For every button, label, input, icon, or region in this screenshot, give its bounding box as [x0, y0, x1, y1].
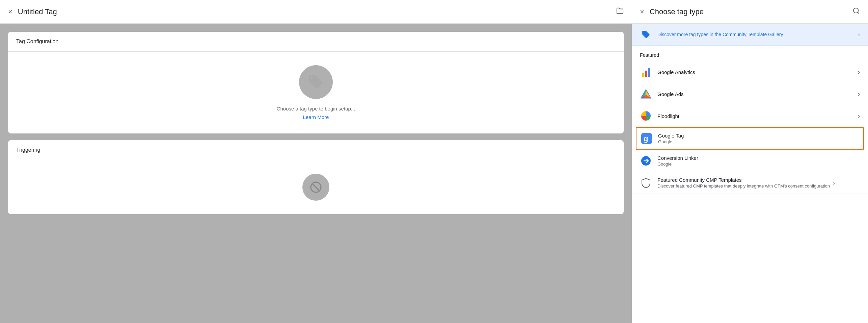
- svg-line-3: [858, 12, 859, 14]
- cmp-templates-info: Featured Community CMP Templates Discove…: [657, 177, 833, 189]
- google-ads-chevron: ›: [858, 91, 860, 98]
- google-analytics-info: Google Analytics: [657, 69, 858, 75]
- google-ads-name: Google Ads: [657, 91, 858, 97]
- search-icon[interactable]: [852, 7, 860, 17]
- tag-config-header: Tag Configuration: [8, 32, 624, 52]
- google-analytics-name: Google Analytics: [657, 69, 858, 75]
- conversion-linker-icon: [640, 155, 652, 167]
- page-title: Untitled Tag: [18, 7, 611, 16]
- tag-config-body: Choose a tag type to begin setup... Lear…: [8, 52, 624, 133]
- choose-tag-title: Choose tag type: [650, 7, 847, 16]
- tag-item-floodlight[interactable]: Floodlight ›: [632, 105, 868, 127]
- right-panel: × Choose tag type Discover more tag type…: [632, 0, 868, 323]
- folder-icon[interactable]: [616, 7, 624, 16]
- floodlight-icon: [640, 110, 652, 122]
- setup-text: Choose a tag type to begin setup...: [277, 106, 355, 111]
- google-ads-icon: [640, 88, 652, 100]
- tag-item-cmp-templates[interactable]: Featured Community CMP Templates Discove…: [632, 172, 868, 194]
- tag-item-google-analytics[interactable]: Google Analytics ›: [632, 61, 868, 83]
- right-header: × Choose tag type: [632, 0, 868, 24]
- tag-item-conversion-linker[interactable]: Conversion Linker Google: [632, 150, 868, 172]
- tag-placeholder-icon: [299, 65, 333, 99]
- google-tag-sub: Google: [658, 139, 859, 144]
- google-analytics-icon: [640, 66, 652, 78]
- conversion-linker-info: Conversion Linker Google: [657, 155, 860, 167]
- close-left-icon[interactable]: ×: [8, 8, 12, 16]
- google-analytics-chevron: ›: [858, 69, 860, 76]
- svg-text:g: g: [644, 134, 648, 143]
- svg-line-1: [312, 183, 320, 191]
- google-ads-info: Google Ads: [657, 91, 858, 97]
- community-banner-text: Discover more tag types in the Community…: [657, 32, 858, 37]
- community-template-icon: [640, 28, 652, 41]
- floodlight-name: Floodlight: [657, 113, 858, 119]
- close-right-icon[interactable]: ×: [640, 7, 644, 16]
- conversion-linker-sub: Google: [657, 162, 860, 167]
- cmp-templates-icon: [640, 177, 652, 189]
- community-chevron-icon: ›: [858, 31, 860, 38]
- left-content: Tag Configuration Choose a tag type to b…: [0, 24, 632, 222]
- google-tag-name: Google Tag: [658, 133, 859, 139]
- trigger-placeholder-icon: [302, 174, 329, 201]
- tag-configuration-card: Tag Configuration Choose a tag type to b…: [8, 32, 624, 133]
- cmp-templates-name: Featured Community CMP Templates: [657, 177, 833, 183]
- left-panel: × Untitled Tag Tag Configuration Choose …: [0, 0, 632, 323]
- cmp-templates-chevron: ›: [833, 179, 835, 187]
- featured-label: Featured: [632, 46, 868, 61]
- floodlight-chevron: ›: [858, 113, 860, 120]
- google-tag-icon: g: [641, 132, 653, 145]
- cmp-templates-sub: Discover featured CMP templates that dee…: [657, 183, 833, 189]
- tag-item-google-ads[interactable]: Google Ads ›: [632, 83, 868, 105]
- tag-item-google-tag[interactable]: g Google Tag Google: [636, 127, 864, 150]
- triggering-card: Triggering: [8, 140, 624, 214]
- floodlight-info: Floodlight: [657, 113, 858, 119]
- conversion-linker-name: Conversion Linker: [657, 155, 860, 161]
- learn-more-link[interactable]: Learn More: [303, 114, 329, 120]
- left-header: × Untitled Tag: [0, 0, 632, 24]
- community-banner[interactable]: Discover more tag types in the Community…: [632, 24, 868, 46]
- google-tag-info: Google Tag Google: [658, 133, 859, 144]
- trigger-body: [8, 160, 624, 214]
- triggering-header: Triggering: [8, 140, 624, 160]
